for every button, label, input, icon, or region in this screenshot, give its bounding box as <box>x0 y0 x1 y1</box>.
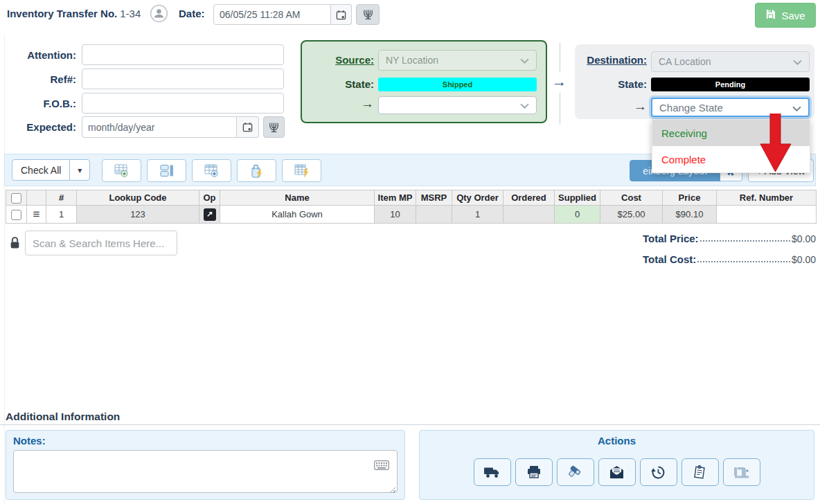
total-cost-value: $0.00 <box>792 254 816 265</box>
col-name: Name <box>220 190 375 206</box>
panel-divider <box>560 43 560 72</box>
ref-number-input[interactable] <box>82 69 284 89</box>
col-supplied: Supplied <box>555 190 600 206</box>
calendar-icon[interactable] <box>331 4 352 25</box>
page-title: Inventory Transfer No.1-34 <box>7 8 141 19</box>
notes-icon[interactable] <box>681 458 719 486</box>
add-column-table-icon[interactable] <box>192 159 231 182</box>
additional-information-heading: Additional Information <box>6 411 120 423</box>
date-input[interactable] <box>213 4 331 25</box>
expected-label: Expected: <box>6 121 76 133</box>
cell-price: $90.10 <box>663 206 717 224</box>
keyboard-icon[interactable] <box>374 460 389 473</box>
floppy-disk-icon <box>765 9 776 21</box>
save-button[interactable]: Save <box>755 3 816 28</box>
cell-ordered <box>503 206 555 224</box>
col-ordered: Ordered <box>503 190 555 206</box>
notes-label: Notes: <box>13 435 46 447</box>
user-icon[interactable] <box>150 4 168 26</box>
chevron-down-icon <box>792 102 801 114</box>
cell-qty-ordered: 1 <box>452 206 503 224</box>
lock-icon <box>9 236 21 252</box>
cell-options: ↗ <box>199 206 220 224</box>
total-price-row: Total Price: $0.00 <box>643 229 816 244</box>
date-input-group <box>213 4 352 25</box>
page-title-text: Inventory Transfer No. <box>7 8 117 19</box>
bag-lightning-icon[interactable] <box>237 159 276 182</box>
destination-state-badge: Pending <box>651 78 810 91</box>
total-cost-label: Total Cost: <box>643 253 696 265</box>
source-location-select[interactable]: NY Location <box>378 50 537 71</box>
envelope-icon[interactable] <box>598 458 636 486</box>
red-pointer-arrow <box>760 114 792 175</box>
items-table: # Lookup Code Op Name Item MP MSRP Qty O… <box>6 190 817 224</box>
scan-search-input[interactable] <box>25 231 177 255</box>
col-item-mp: Item MP <box>375 190 416 206</box>
totals: Total Price: $0.00 Total Cost: $0.00 <box>643 229 816 265</box>
label-gun-icon[interactable] <box>557 458 594 486</box>
hebrew-calendar-menorah-icon[interactable] <box>356 4 380 25</box>
open-item-icon[interactable]: ↗ <box>204 208 216 221</box>
col-num: # <box>46 190 77 206</box>
source-panel: Source: NY Location State: Shipped → <box>301 40 547 123</box>
source-state-badge: Shipped <box>378 78 537 91</box>
fob-label: F.O.B.: <box>6 98 76 109</box>
attention-label: Attention: <box>6 49 76 61</box>
total-price-label: Total Price: <box>643 233 699 244</box>
col-msrp: MSRP <box>416 190 452 206</box>
header-checkbox-cell <box>6 190 27 206</box>
cell-num: 1 <box>46 206 77 224</box>
select-all-checkbox[interactable] <box>11 193 21 204</box>
col-lookup-code: Lookup Code <box>77 190 199 206</box>
expected-date-input[interactable] <box>82 116 237 138</box>
date-label: Date: <box>179 8 205 19</box>
source-location-value: NY Location <box>386 55 438 66</box>
table-lightning-icon[interactable] <box>282 159 321 182</box>
destination-change-arrow: → <box>627 99 647 114</box>
truck-icon[interactable] <box>474 458 511 486</box>
fob-input[interactable] <box>82 93 284 114</box>
chevron-down-icon <box>520 100 529 111</box>
header-drag-cell <box>27 190 46 206</box>
destination-label: Destination: <box>575 54 647 66</box>
textarea-resize-handle[interactable] <box>389 486 395 493</box>
caret-down-icon[interactable]: ▾ <box>69 160 89 180</box>
split-layout-icon[interactable] <box>147 159 186 182</box>
cell-lookup-code: 123 <box>77 206 199 224</box>
history-icon[interactable] <box>640 458 677 486</box>
col-options: Op <box>199 190 220 206</box>
cell-supplied[interactable]: 0 <box>555 206 600 224</box>
notes-panel: Notes: <box>6 430 405 500</box>
row-checkbox-cell <box>6 206 27 224</box>
change-state-value: Change State <box>659 102 723 114</box>
printer-icon[interactable] <box>515 458 553 486</box>
table-row: ≡ 1 123 ↗ Kallah Gown 10 1 0 $25.00 $90.… <box>6 206 817 224</box>
destination-state-label: State: <box>575 78 647 90</box>
save-button-label: Save <box>781 10 805 21</box>
attention-input[interactable] <box>82 44 284 65</box>
cell-item-mp: 10 <box>375 206 416 224</box>
chevron-down-icon <box>520 55 529 66</box>
calendar-icon[interactable] <box>237 116 259 138</box>
transfer-number: 1-34 <box>120 8 141 19</box>
cell-name[interactable]: Kallah Gown <box>220 206 375 224</box>
add-row-table-icon[interactable] <box>102 159 141 182</box>
ref-number-label: Ref#: <box>6 73 76 85</box>
total-price-value: $0.00 <box>792 233 816 244</box>
destination-location-select[interactable]: CA Location <box>651 51 810 72</box>
cell-ref-number[interactable] <box>717 206 817 224</box>
sewing-machine-icon[interactable] <box>723 458 760 486</box>
col-ref-number: Ref. Number <box>717 190 817 206</box>
transfer-direction-arrow: → <box>552 73 567 90</box>
notes-textarea[interactable] <box>13 450 398 493</box>
chevron-down-icon <box>793 56 802 67</box>
hebrew-calendar-menorah-icon[interactable] <box>263 116 285 138</box>
source-change-state-select[interactable] <box>378 96 537 114</box>
check-all-button[interactable]: Check All ▾ <box>12 159 90 181</box>
drag-handle-icon[interactable]: ≡ <box>33 208 40 221</box>
items-table-header-row: # Lookup Code Op Name Item MP MSRP Qty O… <box>6 190 817 206</box>
source-change-arrow: → <box>355 96 374 111</box>
row-checkbox[interactable] <box>11 210 21 220</box>
source-state-label: State: <box>302 78 374 90</box>
check-all-label: Check All <box>12 160 69 180</box>
